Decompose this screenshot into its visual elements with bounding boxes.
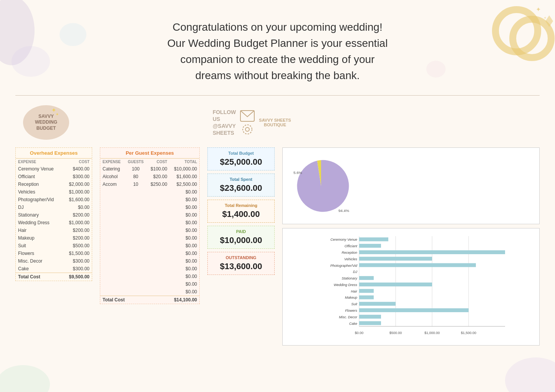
per-guest-section: Per Guest Expenses EXPENSE GUESTS COST T…: [100, 147, 200, 304]
bar-label: Ceremony Venue: [330, 238, 357, 241]
pg-guests: [125, 257, 147, 265]
logo-line1: SAVVY: [35, 114, 57, 120]
expense-cell: Vehicles: [16, 188, 63, 196]
pg-expense: [100, 203, 125, 211]
pg-cost: [147, 273, 170, 280]
bar-label: Photographer/Vid: [330, 264, 358, 268]
total-spent-value: $23,600.00: [212, 183, 270, 193]
expense-cell: Stationary: [16, 211, 63, 219]
pie-chart-container: 5.6% 94.4%: [282, 147, 540, 224]
bar-chart-svg: $0.00$500.00$1,000.00$1,500.00Ceremony V…: [290, 232, 535, 340]
cost-cell: $400.00: [63, 165, 92, 173]
pg-total: $2,500.00: [169, 180, 199, 188]
pg-guests: [125, 250, 147, 257]
pg-total: $0.00: [169, 234, 199, 242]
expense-cell: Cake: [16, 265, 63, 273]
pg-total: $0.00: [169, 265, 199, 273]
col-expense-header: EXPENSE: [16, 159, 63, 165]
pg-cost: [147, 211, 170, 219]
pg-cost: $20.00: [147, 173, 170, 180]
overhead-row: Photographer/Vid$1,600.00: [16, 196, 92, 203]
pg-guests: [125, 196, 147, 203]
pg-guests: [125, 227, 147, 234]
outstanding-box: OUTSTANDING $13,600.00: [207, 252, 275, 275]
svg-point-15: [245, 127, 249, 131]
bar-rect: [359, 250, 505, 254]
bar-rect: [359, 289, 374, 293]
expense-cell: Wedding Dress: [16, 219, 63, 227]
bar-label: Stationary: [341, 276, 357, 280]
header-section: Congratulations on your upcoming wedding…: [0, 0, 555, 95]
svg-point-7: [0, 365, 50, 392]
x-axis-label: $1,500.00: [461, 331, 476, 335]
per-guest-row: $0.00: [100, 188, 199, 196]
per-guest-row: $0.00: [100, 242, 199, 250]
cost-cell: $300.00: [63, 257, 92, 265]
overhead-row: Stationary$200.00: [16, 211, 92, 219]
total-budget-label: Total Budget: [212, 151, 270, 155]
bar-rect: [359, 276, 374, 280]
pg-guests: [125, 203, 147, 211]
x-axis-label: $1,000.00: [424, 331, 440, 335]
main-content: Overhead Expenses EXPENSE COST Ceremony …: [0, 147, 555, 361]
total-budget-value: $25,000.00: [212, 157, 270, 167]
pg-cost: [147, 219, 170, 227]
per-guest-row: $0.00: [100, 250, 199, 257]
total-remaining-box: Total Remaining $1,400.00: [207, 200, 275, 223]
cost-cell: $300.00: [63, 173, 92, 180]
pg-total: $0.00: [169, 280, 199, 288]
paid-box: PAID $10,000.00: [207, 226, 275, 249]
pg-cost: [147, 188, 170, 196]
budget-summary: Total Budget $25,000.00 Total Spent $23,…: [207, 147, 275, 275]
bar-label: Hair: [351, 289, 358, 293]
per-guest-row: Catering100$100.00$10,000.00: [100, 165, 199, 173]
expense-cell: Flowers: [16, 250, 63, 257]
pg-expense: [100, 196, 125, 203]
bar-rect: [359, 302, 396, 306]
per-guest-row: $0.00: [100, 288, 199, 296]
overhead-expenses-section: Overhead Expenses EXPENSE COST Ceremony …: [15, 147, 92, 281]
svg-text:✦: ✦: [51, 107, 56, 113]
charts-section: 5.6% 94.4% $0.00$500.00$1,000.00$1,500.0…: [282, 147, 540, 346]
pg-expense: [100, 280, 125, 288]
pg-total: $0.00: [169, 273, 199, 280]
overhead-row: Reception$2,000.00: [16, 180, 92, 188]
overhead-row: Vehicles$1,000.00: [16, 188, 92, 196]
per-guest-title: Per Guest Expenses: [100, 148, 199, 158]
bar-label: Misc. Decor: [339, 315, 358, 319]
pg-guests: [125, 280, 147, 288]
pg-total: $10,000.00: [169, 165, 199, 173]
paid-label: PAID: [212, 229, 270, 234]
pg-col-guests: GUESTS: [125, 159, 147, 165]
overhead-row: Flowers$1,500.00: [16, 250, 92, 257]
cost-cell: $200.00: [63, 227, 92, 234]
expense-cell: Ceremony Venue: [16, 165, 63, 173]
pg-guests: [125, 234, 147, 242]
pg-guests: 100: [125, 165, 147, 173]
header-title: Congratulations on your upcoming wedding…: [77, 19, 478, 84]
col-cost-header: COST: [63, 159, 92, 165]
pg-cost: [147, 265, 170, 273]
total-remaining-label: Total Remaining: [212, 203, 270, 208]
pg-guests: [125, 273, 147, 280]
settings-icon: [242, 124, 253, 135]
bar-rect: [359, 237, 388, 241]
per-guest-row: $0.00: [100, 265, 199, 273]
pg-total: $1,600.00: [169, 173, 199, 180]
pg-guests: [125, 219, 147, 227]
bar-chart-container: $0.00$500.00$1,000.00$1,500.00Ceremony V…: [282, 228, 540, 346]
bar-rect: [359, 295, 374, 299]
per-guest-row: $0.00: [100, 234, 199, 242]
overhead-row: Misc. Decor$300.00: [16, 257, 92, 265]
overhead-total-row: Total Cost$9,500.00: [16, 273, 92, 281]
pg-guests: [125, 188, 147, 196]
per-guest-row: $0.00: [100, 257, 199, 265]
bar-rect: [359, 315, 381, 319]
pie-label-large: 94.4%: [338, 208, 349, 213]
pg-col-expense: EXPENSE: [100, 159, 125, 165]
total-label: Total Cost: [16, 273, 63, 281]
pg-guests: [125, 288, 147, 296]
pg-total: $0.00: [169, 288, 199, 296]
expense-cell: Misc. Decor: [16, 257, 63, 265]
paid-value: $10,000.00: [212, 235, 270, 245]
